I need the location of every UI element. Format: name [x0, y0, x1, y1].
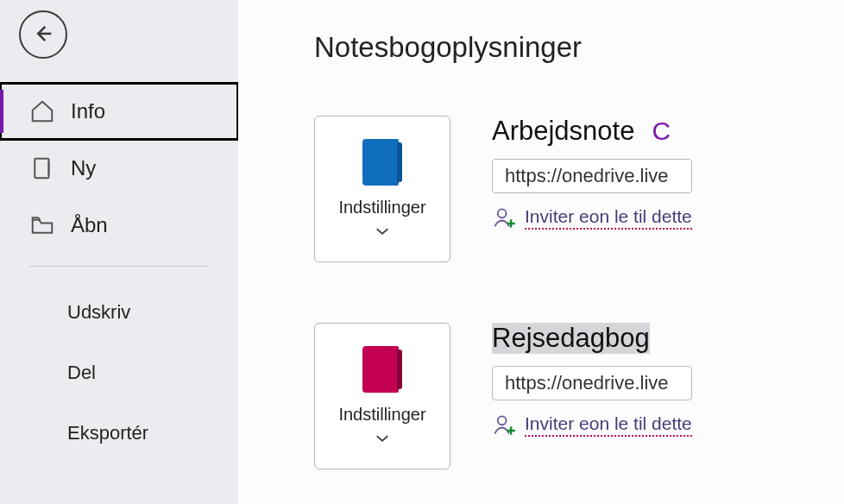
notebook-badge: C [652, 117, 671, 146]
notebook-blank-icon [29, 155, 55, 181]
svg-point-3 [498, 209, 507, 217]
nav-item-label: Ny [71, 156, 96, 180]
notebook-path-field[interactable]: https://onedrive.live [492, 366, 692, 400]
main-content: Notesbogoplysninger Indstillinger Arbejd… [238, 0, 844, 504]
svg-rect-1 [35, 159, 48, 179]
notebook-icon [362, 139, 402, 186]
nav-item-new[interactable]: Ny [0, 140, 238, 197]
notebook-settings-button[interactable]: Indstillinger [314, 116, 450, 262]
settings-label: Indstillinger [338, 198, 425, 217]
invite-link-text: Inviter eon le til dette [525, 206, 692, 230]
notebook-row: Indstillinger Arbejdsnote C https://oned… [314, 116, 844, 262]
notebook-title: Arbejdsnote [492, 116, 634, 147]
invite-link[interactable]: Inviter eon le til dette [492, 205, 692, 230]
notebook-icon [362, 346, 402, 393]
back-button[interactable] [19, 10, 67, 59]
svg-point-6 [498, 416, 507, 425]
chevron-down-icon [375, 433, 390, 446]
nav-item-print[interactable]: Udskriv [0, 282, 238, 343]
person-add-icon [492, 205, 516, 230]
notebook-path-field[interactable]: https://onedrive.live [492, 159, 692, 193]
nav-item-share[interactable]: Del [0, 343, 238, 403]
invite-link-text: Inviter eon le til dette [525, 413, 692, 437]
nav-item-label: Åbn [71, 213, 108, 237]
notebook-title-row: Arbejdsnote C [492, 116, 692, 147]
backstage-sidebar: Info Ny Åbn Udskriv Del Eksportér [0, 0, 238, 504]
folder-open-icon [29, 212, 55, 238]
home-icon [29, 98, 55, 124]
nav-item-info[interactable]: Info [0, 83, 238, 140]
sidebar-separator [29, 266, 209, 267]
page-title: Notesbogoplysninger [314, 31, 844, 64]
person-add-icon [492, 413, 516, 437]
primary-nav: Info Ny Åbn Udskriv Del Eksportér [0, 83, 238, 463]
notebook-details: Rejsedagbog https://onedrive.live Invite… [492, 323, 692, 437]
notebook-title-row: Rejsedagbog [492, 323, 692, 354]
nav-item-open[interactable]: Åbn [0, 197, 238, 254]
nav-item-label: Info [71, 99, 105, 123]
arrow-left-icon [31, 22, 55, 48]
notebook-details: Arbejdsnote C https://onedrive.live Invi… [492, 116, 692, 230]
notebook-settings-button[interactable]: Indstillinger [314, 323, 450, 469]
notebook-row: Indstillinger Rejsedagbog https://onedri… [314, 323, 844, 469]
nav-item-export[interactable]: Eksportér [0, 403, 238, 463]
notebook-title: Rejsedagbog [492, 323, 650, 354]
invite-link[interactable]: Inviter eon le til dette [492, 413, 692, 437]
chevron-down-icon [375, 226, 390, 239]
settings-label: Indstillinger [338, 405, 425, 425]
